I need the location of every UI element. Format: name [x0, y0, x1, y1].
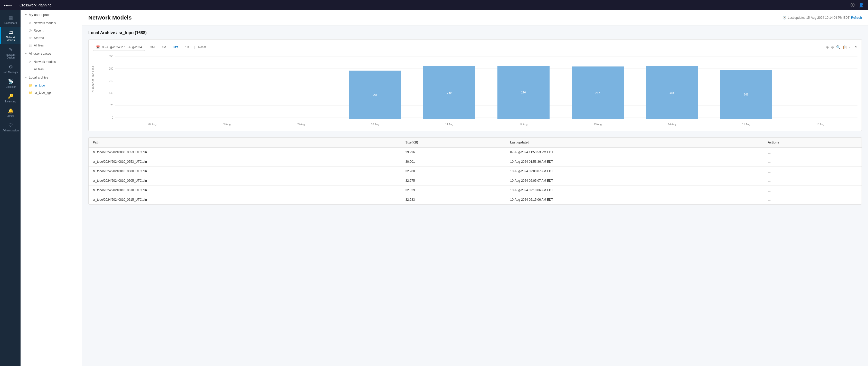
nav-local-archive-header[interactable]: ▼ Local archive [21, 73, 82, 82]
my-user-space-chevron: ▼ [25, 13, 27, 16]
sidebar-label-collector: Collector [6, 86, 16, 88]
main-content: Network Models 🕐 Last update: 15-Aug-202… [82, 10, 868, 366]
sidebar-label-dashboard: Dashboard [4, 22, 17, 24]
cell-size: 32.275 [401, 176, 506, 186]
date-picker-button[interactable]: 📅 08-Aug-2024 to 15-Aug-2024 [93, 44, 145, 51]
x-axis-label: 10 Aug [338, 123, 412, 126]
cell-last-updated: 07-Aug-2024 11:53:53 PM EDT [506, 147, 764, 157]
cell-actions: … [764, 186, 862, 195]
nav-item-label-starred: Starred [34, 36, 44, 40]
time-btn-3m[interactable]: 3M [148, 44, 157, 50]
dashboard-icon: ▤ [8, 15, 13, 21]
sidebar-item-job-manager[interactable]: ⚙ Job Manager [0, 62, 21, 76]
topbar: ●●● cisco Crosswork Planning ⓘ 👤 [0, 0, 868, 10]
actions-menu-button[interactable]: … [768, 198, 772, 202]
network-models-icon: 🗃 [8, 30, 13, 35]
all-network-models-icon: ✳ [29, 60, 32, 64]
download-icon[interactable]: 📋 [843, 45, 847, 49]
zoom-in-icon[interactable]: ⊕ [826, 45, 829, 49]
job-manager-icon: ⚙ [9, 64, 13, 70]
x-axis-label: 14 Aug [635, 123, 709, 126]
table-container: Path Size(KB) Last updated Actions sr_to… [88, 137, 862, 205]
sidebar-item-licensing[interactable]: 🔑 Licensing [0, 91, 21, 105]
cell-last-updated: 10-Aug-2024 01:53:36 AM EDT [506, 157, 764, 167]
sidebar-item-network-design[interactable]: ✎ Network Design [0, 44, 21, 62]
cell-actions: … [764, 195, 862, 205]
y-axis-label: Number of Plan Files [91, 66, 94, 92]
actions-menu-button[interactable]: … [768, 179, 772, 183]
zoom-fit-icon[interactable]: 🔍 [836, 45, 840, 49]
bar[interactable]: 265 [349, 71, 401, 119]
bar[interactable]: 288 [646, 66, 698, 119]
x-axis-label: 15 Aug [709, 123, 783, 126]
zoom-out-icon[interactable]: ⊖ [831, 45, 834, 49]
actions-menu-button[interactable]: … [768, 160, 772, 164]
y-tick-label: 210 [105, 79, 113, 82]
sidebar-item-administration[interactable]: 🛡 Administration [0, 120, 21, 134]
page-title: Network Models [88, 14, 132, 21]
bar[interactable]: 290 [497, 66, 549, 119]
actions-menu-button[interactable]: … [768, 169, 772, 173]
clock-icon: 🕐 [782, 16, 786, 20]
cisco-logo-icon: ●●● cisco [4, 3, 17, 8]
cell-actions: … [764, 167, 862, 176]
bar[interactable]: 289 [423, 66, 475, 119]
time-btn-1d[interactable]: 1D [183, 44, 191, 50]
nav-item-label-all-all-files: All files [34, 67, 44, 71]
help-icon[interactable]: ⓘ [850, 3, 855, 8]
expand-icon[interactable]: ▭ [849, 45, 852, 49]
time-btn-1m[interactable]: 1M [160, 44, 168, 50]
table-row: sr_topo/2024/20240810_0605_UTC.pln 32.27… [89, 176, 862, 186]
bar-column: 289 [412, 55, 486, 119]
cell-path: sr_topo/2024/20240810_0600_UTC.pln [89, 167, 401, 176]
starred-icon: ☆ [29, 36, 32, 40]
nav-item-all-files[interactable]: ☷ All files [21, 41, 82, 49]
nav-item-sr-topo[interactable]: 📁 sr_topo [21, 82, 82, 89]
nav-item-starred[interactable]: ☆ Starred [21, 34, 82, 41]
sidebar-item-dashboard[interactable]: ▤ Dashboard [0, 12, 21, 27]
table-row: sr_topo/2024/20240810_0610_UTC.pln 32.32… [89, 186, 862, 195]
collector-icon: 📡 [8, 79, 13, 85]
sidebar-item-network-models[interactable]: 🗃 Network Models [0, 27, 21, 44]
sr-topo-folder-icon: 📁 [29, 84, 33, 87]
x-axis-label: 08 Aug [189, 123, 264, 126]
nav-item-network-models-sub[interactable]: ✳ Network models [21, 19, 82, 27]
cell-path: sr_topo/2024/20240810_0615_UTC.pln [89, 195, 401, 205]
files-table: Path Size(KB) Last updated Actions sr_to… [89, 138, 862, 204]
col-path: Path [89, 138, 401, 147]
table-body: sr_topo/2024/20240808_0353_UTC.pln 29.99… [89, 147, 862, 205]
cell-path: sr_topo/2024/20240810_0610_UTC.pln [89, 186, 401, 195]
bar[interactable]: 268 [720, 70, 772, 119]
sidebar-item-alerts[interactable]: 🔔 Alerts [0, 105, 21, 120]
cell-last-updated: 10-Aug-2024 02:00:07 AM EDT [506, 167, 764, 176]
nav-my-user-space-header[interactable]: ▼ My user space [21, 10, 82, 19]
nav-item-label-all-files: All files [34, 44, 44, 47]
cell-size: 30.001 [401, 157, 506, 167]
sidebar-item-collector[interactable]: 📡 Collector [0, 76, 21, 91]
nav-item-recent[interactable]: ◷ Recent [21, 27, 82, 34]
chart-container: 📅 08-Aug-2024 to 15-Aug-2024 3M 1M 1W 1D… [88, 39, 862, 131]
actions-menu-button[interactable]: … [768, 188, 772, 192]
nav-all-user-spaces-header[interactable]: ▼ All user spaces [21, 49, 82, 58]
bar-empty [126, 118, 178, 119]
actions-menu-button[interactable]: … [768, 150, 772, 154]
x-axis-label: 09 Aug [264, 123, 338, 126]
bar[interactable]: 287 [572, 66, 623, 119]
all-user-spaces-label: All user spaces [29, 52, 51, 56]
nav-item-sr-topo-igp[interactable]: 📁 sr_topo_igp [21, 89, 82, 96]
administration-icon: 🛡 [8, 123, 13, 128]
nav-item-all-network-models[interactable]: ✳ Network models [21, 58, 82, 65]
alerts-icon: 🔔 [8, 108, 13, 114]
time-btn-1w[interactable]: 1W [171, 44, 180, 50]
reset-button[interactable]: Reset [198, 45, 206, 49]
reset-zoom-icon[interactable]: ↻ [855, 45, 858, 49]
cell-actions: … [764, 157, 862, 167]
user-icon[interactable]: 👤 [859, 3, 864, 8]
sidebar-label-licensing: Licensing [5, 100, 16, 103]
y-tick-label: 140 [105, 92, 113, 95]
nav-item-all-all-files[interactable]: ☷ All files [21, 65, 82, 73]
refresh-button[interactable]: Refresh [851, 16, 862, 20]
bar-empty [200, 118, 252, 119]
cell-actions: … [764, 176, 862, 186]
bar-column: 287 [561, 55, 635, 119]
